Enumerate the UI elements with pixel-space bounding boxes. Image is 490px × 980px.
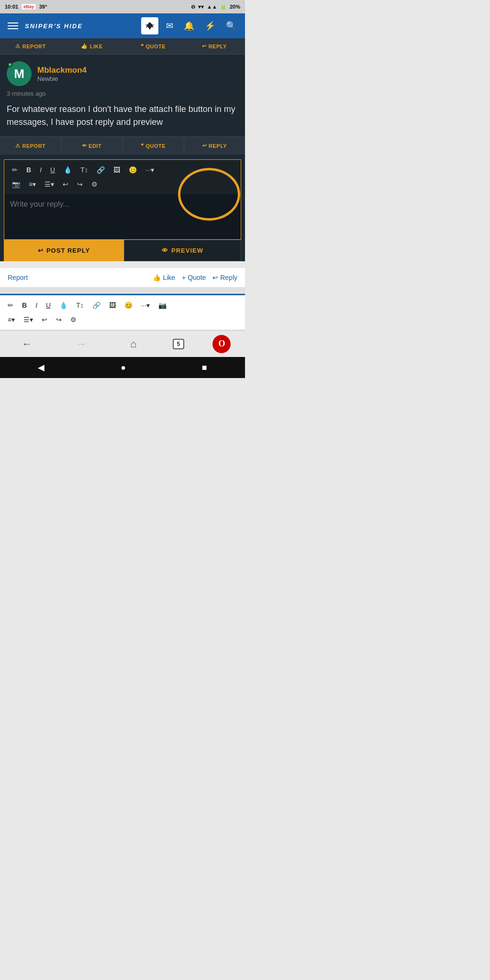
underline-btn[interactable]: U: [46, 164, 59, 176]
redo-btn[interactable]: ↪: [73, 178, 87, 190]
home-button[interactable]: ⌂: [122, 334, 144, 354]
list2-btn[interactable]: ☰▾: [20, 313, 37, 326]
more-btn[interactable]: ···▾: [142, 164, 158, 176]
battery-percent: 20%: [230, 4, 240, 10]
undo2-btn[interactable]: ↩: [38, 313, 51, 326]
bottom-reply-link[interactable]: ↩ Reply: [212, 274, 237, 281]
second-editor: ✏ B I U 💧 T↕ 🔗 🖼 😊 ···▾ 📷 ≡▾ ☰▾ ↩ ↪ ⚙: [0, 294, 245, 330]
toolbar-row-2: 📷 ≡▾ ☰▾ ↩ ↪ ⚙: [8, 177, 237, 191]
bottom-right-actions: 👍 Like + Quote ↩ Reply: [153, 274, 237, 281]
bold-btn[interactable]: B: [22, 164, 35, 176]
tab-count-badge[interactable]: 5: [173, 339, 185, 349]
system-back-button[interactable]: ◀: [34, 358, 48, 377]
activity-icon[interactable]: ⚡: [202, 18, 218, 34]
opera-button[interactable]: O: [212, 335, 231, 353]
emoji-btn[interactable]: 😊: [125, 164, 141, 176]
camera2-btn[interactable]: 📷: [155, 299, 170, 312]
hamburger-menu-button[interactable]: [6, 21, 20, 31]
settings2-btn[interactable]: ⚙: [67, 313, 80, 326]
fontsize-btn[interactable]: T↕: [77, 164, 92, 176]
underline2-btn[interactable]: U: [42, 299, 55, 312]
redo2-btn[interactable]: ↪: [52, 313, 66, 326]
eagle-icon: [144, 21, 156, 31]
post-reply-label: POST REPLY: [46, 247, 90, 254]
report-button[interactable]: ⚠ REPORT: [0, 137, 61, 155]
clear-format-btn[interactable]: ✏: [8, 164, 22, 176]
editor-textarea-wrap: [4, 194, 241, 240]
settings-btn[interactable]: ⚙: [88, 178, 101, 190]
link2-btn[interactable]: 🔗: [89, 299, 104, 312]
color2-btn[interactable]: 💧: [56, 299, 71, 312]
reply-textarea[interactable]: [4, 194, 241, 237]
preview-button[interactable]: 👁 PREVIEW: [124, 240, 241, 261]
avatar-wrap: M: [7, 61, 32, 86]
emoji2-btn[interactable]: 😊: [121, 299, 136, 312]
site-logo: SNIPER'S HIDE: [25, 22, 136, 30]
messages-icon[interactable]: ✉: [163, 18, 176, 34]
quote-icon: ❝: [141, 43, 144, 49]
edit-button[interactable]: ✏ EDIT: [61, 137, 122, 155]
back-button[interactable]: ←: [14, 334, 40, 354]
clear2-btn[interactable]: ✏: [4, 299, 17, 312]
bottom-quote-link[interactable]: + Quote: [182, 274, 206, 281]
user-info: Mblackmon4 Newbie: [37, 66, 87, 82]
second-editor-toolbar: ✏ B I U 💧 T↕ 🔗 🖼 😊 ···▾ 📷 ≡▾ ☰▾ ↩ ↪ ⚙: [0, 295, 245, 330]
report-icon: ⚠: [15, 143, 21, 149]
preview-icon: 👁: [162, 247, 168, 254]
italic-btn[interactable]: I: [36, 164, 45, 176]
image2-btn[interactable]: 🖼: [105, 299, 120, 312]
forward-button[interactable]: →: [68, 334, 94, 354]
reply-button[interactable]: ↩ REPLY: [184, 137, 245, 155]
prev-report-button[interactable]: ⚠ REPORT: [0, 38, 61, 54]
second-toolbar-row-2: ≡▾ ☰▾ ↩ ↪ ⚙: [4, 312, 241, 327]
post-timestamp: 3 minutes ago: [0, 90, 245, 101]
notifications-icon[interactable]: 🔔: [181, 18, 197, 34]
status-bar: 10:01 eBay 39° ⊖ ▾▾ ▲▲ 🔋 20%: [0, 0, 245, 13]
user-role: Newbie: [37, 75, 87, 82]
post-reply-button[interactable]: ↩ POST REPLY: [4, 240, 124, 261]
prev-like-button[interactable]: 👍 LIKE: [61, 38, 122, 54]
system-nav: ◀ ● ■: [0, 357, 245, 378]
dnd-icon: ⊖: [191, 4, 195, 10]
fontsize2-btn[interactable]: T↕: [72, 299, 88, 312]
prev-reply-button[interactable]: ↩ REPLY: [184, 38, 245, 54]
more2-btn[interactable]: ···▾: [137, 299, 154, 312]
bottom-report-link[interactable]: Report: [8, 274, 28, 281]
status-right: ⊖ ▾▾ ▲▲ 🔋 20%: [191, 4, 240, 10]
report-icon: ⚠: [15, 43, 21, 49]
site-name: SNIPER'S HIDE: [25, 22, 83, 30]
system-recent-button[interactable]: ■: [198, 359, 211, 377]
link-btn[interactable]: 🔗: [93, 164, 109, 176]
prev-action-bar: ⚠ REPORT 👍 LIKE ❝ QUOTE ↩ REPLY: [0, 38, 245, 55]
bottom-actions-white: Report 👍 Like + Quote ↩ Reply: [0, 268, 245, 287]
wifi-icon: ▾▾: [198, 4, 204, 10]
like-icon: 👍: [81, 43, 88, 49]
italic2-btn[interactable]: I: [32, 299, 41, 312]
browser-nav: ← → ⌂ 5 O: [0, 330, 245, 357]
avatar-letter: M: [14, 67, 24, 81]
section-divider: [0, 287, 245, 294]
editor-toolbar: ✏ B I U 💧 T↕ 🔗 🖼 😊 ···▾ 📷 ≡▾ ☰▾ ↩: [4, 159, 241, 194]
username: Mblackmon4: [37, 66, 87, 75]
align-btn[interactable]: ≡▾: [25, 178, 40, 190]
toolbar-row-1: ✏ B I U 💧 T↕ 🔗 🖼 😊 ···▾: [8, 163, 237, 177]
align2-btn[interactable]: ≡▾: [4, 313, 19, 326]
editor-toolbar-wrap: ✏ B I U 💧 T↕ 🔗 🖼 😊 ···▾ 📷 ≡▾ ☰▾ ↩: [0, 159, 245, 194]
quote-button[interactable]: ❝ QUOTE: [123, 137, 184, 155]
bold2-btn[interactable]: B: [18, 299, 31, 312]
search-icon[interactable]: 🔍: [223, 18, 239, 34]
temperature-display: 39°: [39, 4, 47, 10]
reply-icon: ↩: [202, 143, 207, 149]
system-home-button[interactable]: ●: [117, 359, 130, 377]
image-btn[interactable]: 🖼: [110, 164, 124, 176]
logo-badge[interactable]: [141, 17, 158, 34]
bottom-like-link[interactable]: 👍 Like: [153, 274, 175, 281]
list-btn[interactable]: ☰▾: [41, 178, 58, 190]
color-btn[interactable]: 💧: [60, 164, 76, 176]
online-indicator: [8, 62, 12, 67]
camera-btn[interactable]: 📷: [8, 178, 24, 190]
prev-quote-button[interactable]: ❝ QUOTE: [122, 38, 184, 54]
second-toolbar-row-1: ✏ B I U 💧 T↕ 🔗 🖼 😊 ···▾ 📷: [4, 298, 241, 312]
undo-btn[interactable]: ↩: [59, 178, 72, 190]
status-left: 10:01 eBay 39°: [5, 3, 47, 10]
